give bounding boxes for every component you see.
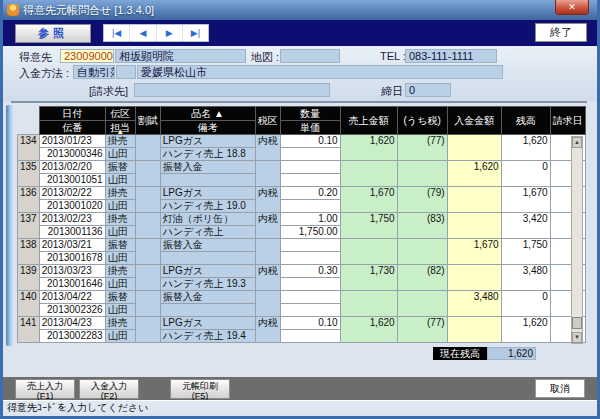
- cell-tax[interactable]: (79): [397, 187, 447, 213]
- cell-unit[interactable]: [280, 252, 340, 265]
- cell-denku[interactable]: 振替: [105, 239, 135, 252]
- cell-deposit[interactable]: [447, 187, 501, 213]
- cell-kappu[interactable]: [135, 135, 160, 161]
- ledger-print-button[interactable]: 元帳印刷 (F5): [170, 379, 230, 399]
- col-header-tanto[interactable]: 担当▲: [105, 121, 135, 135]
- cell-deposit[interactable]: 1,670: [447, 239, 501, 265]
- cell-denku[interactable]: 掛売: [105, 317, 135, 330]
- cell-denku[interactable]: 掛売: [105, 265, 135, 278]
- col-header-qty[interactable]: 数量: [280, 107, 340, 121]
- cell-denku[interactable]: 掛売: [105, 187, 135, 200]
- cell-item[interactable]: LPGガス: [160, 317, 255, 330]
- cell-kappu[interactable]: [135, 317, 160, 343]
- cell-tax[interactable]: (82): [397, 265, 447, 291]
- cell-tanto[interactable]: 山田: [105, 330, 135, 343]
- cell-tax[interactable]: (77): [397, 317, 447, 343]
- cell-biko[interactable]: ハンディ売上: [160, 226, 255, 239]
- cell-tanto[interactable]: 山田: [105, 252, 135, 265]
- cell-deposit[interactable]: [447, 135, 501, 161]
- cell-zeiku[interactable]: [255, 161, 280, 187]
- cell-biko[interactable]: ハンディ売上 19.0: [160, 200, 255, 213]
- cell-date[interactable]: 2013/04/23: [39, 317, 105, 330]
- col-header-balance[interactable]: 残高: [501, 107, 550, 135]
- cell-qty[interactable]: 0.30: [280, 265, 340, 278]
- cell-balance[interactable]: 0: [501, 161, 550, 187]
- nav-next-icon[interactable]: ▶: [157, 25, 183, 41]
- cell-deposit[interactable]: 3,480: [447, 291, 501, 317]
- cell-item[interactable]: LPGガス: [160, 135, 255, 148]
- cell-deposit[interactable]: [447, 317, 501, 343]
- cell-qty[interactable]: 0.20: [280, 187, 340, 200]
- cell-zeiku[interactable]: 内税: [255, 213, 280, 239]
- cell-date[interactable]: 2013/04/22: [39, 291, 105, 304]
- cell-sales[interactable]: [340, 291, 397, 317]
- cell-zeiku[interactable]: [255, 291, 280, 317]
- cell-tanto[interactable]: 山田: [105, 226, 135, 239]
- cell-rownum[interactable]: 137: [18, 213, 40, 239]
- cell-biko[interactable]: ハンディ売上 19.3: [160, 278, 255, 291]
- cell-balance[interactable]: 3,480: [501, 265, 550, 291]
- vertical-scrollbar[interactable]: ▲ ▼: [571, 136, 583, 344]
- cell-balance[interactable]: 1,620: [501, 317, 550, 343]
- scroll-up-icon[interactable]: ▲: [572, 137, 582, 148]
- cell-denku[interactable]: 振替: [105, 291, 135, 304]
- deposit-entry-button[interactable]: 入金入力 (F2): [79, 379, 139, 399]
- cell-date[interactable]: 2013/02/20: [39, 161, 105, 174]
- cell-biko[interactable]: [160, 174, 255, 187]
- col-header-item[interactable]: 品名 ▲: [160, 107, 255, 121]
- cell-rownum[interactable]: 140: [18, 291, 40, 317]
- cell-denku[interactable]: 掛売: [105, 135, 135, 148]
- cell-kappu[interactable]: [135, 239, 160, 265]
- cell-biko[interactable]: ハンディ売上 19.4: [160, 330, 255, 343]
- close-icon[interactable]: ✕: [555, 0, 589, 15]
- cell-tax[interactable]: [397, 291, 447, 317]
- cell-rownum[interactable]: 135: [18, 161, 40, 187]
- scrollbar-thumb[interactable]: [572, 317, 582, 329]
- nav-prev-icon[interactable]: ◀: [130, 25, 156, 41]
- nav-first-icon[interactable]: |◀: [104, 25, 130, 41]
- cell-item[interactable]: LPGガス: [160, 265, 255, 278]
- cell-tanto[interactable]: 山田: [105, 304, 135, 317]
- sales-entry-button[interactable]: 売上入力 (F1): [15, 379, 75, 399]
- cell-balance[interactable]: 3,420: [501, 213, 550, 239]
- cell-tanto[interactable]: 山田: [105, 148, 135, 161]
- cell-qty[interactable]: [280, 239, 340, 252]
- cell-kappu[interactable]: [135, 291, 160, 317]
- cell-unit[interactable]: [280, 278, 340, 291]
- cell-biko[interactable]: ハンディ売上 18.8: [160, 148, 255, 161]
- cell-tanto[interactable]: 山田: [105, 278, 135, 291]
- cell-item[interactable]: 振替入金: [160, 291, 255, 304]
- col-header-kappu[interactable]: 割賦: [135, 107, 160, 135]
- cell-sales[interactable]: 1,750: [340, 213, 397, 239]
- cell-biko[interactable]: [160, 252, 255, 265]
- cell-tax[interactable]: [397, 161, 447, 187]
- cell-kappu[interactable]: [135, 187, 160, 213]
- cell-sales[interactable]: 1,620: [340, 135, 397, 161]
- cell-denku[interactable]: 振替: [105, 161, 135, 174]
- app-icon[interactable]: [7, 4, 19, 16]
- col-header-billdate[interactable]: 請求日: [550, 107, 585, 135]
- cell-tax[interactable]: (83): [397, 213, 447, 239]
- col-header-slip[interactable]: 伝番: [39, 121, 105, 135]
- customer-code-input[interactable]: 23009000: [60, 49, 114, 63]
- cell-slip[interactable]: 2013000346: [39, 148, 105, 161]
- cell-unit[interactable]: 1,750.00: [280, 226, 340, 239]
- col-header-zeiku[interactable]: 税区: [255, 107, 280, 135]
- nav-last-icon[interactable]: ▶|: [183, 25, 208, 41]
- col-header-denku[interactable]: 伝区: [105, 107, 135, 121]
- cell-sales[interactable]: 1,730: [340, 265, 397, 291]
- col-header-sales[interactable]: 売上金額: [340, 107, 397, 135]
- cell-zeiku[interactable]: [255, 239, 280, 265]
- cell-sales[interactable]: 1,620: [340, 317, 397, 343]
- cell-slip[interactable]: 2013001136: [39, 226, 105, 239]
- cell-deposit[interactable]: 1,620: [447, 161, 501, 187]
- cell-date[interactable]: 2013/02/22: [39, 187, 105, 200]
- cell-slip[interactable]: 2013001020: [39, 200, 105, 213]
- cell-sales[interactable]: [340, 161, 397, 187]
- col-header-unit[interactable]: 単価: [280, 121, 340, 135]
- cell-rownum[interactable]: 141: [18, 317, 40, 343]
- cell-unit[interactable]: [280, 174, 340, 187]
- cell-unit[interactable]: [280, 200, 340, 213]
- cell-slip[interactable]: 2013002326: [39, 304, 105, 317]
- cell-tax[interactable]: (77): [397, 135, 447, 161]
